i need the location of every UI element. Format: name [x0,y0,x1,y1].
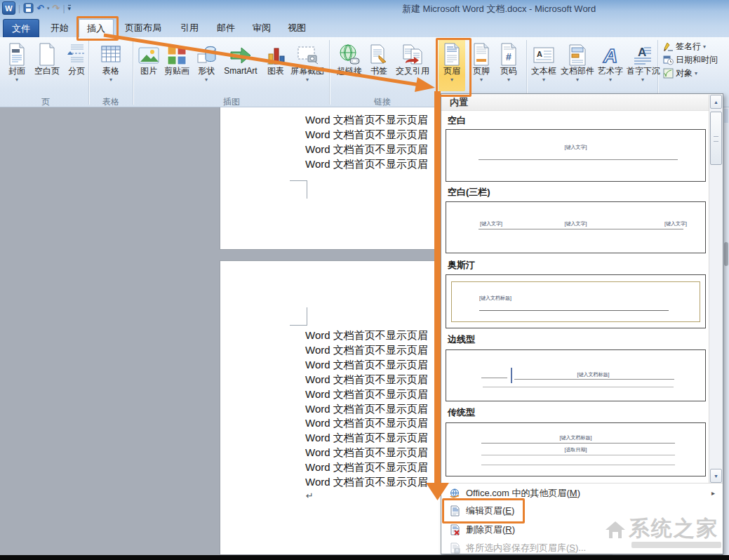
watermark: 系统之家 [602,514,718,543]
ribbon-button-cross-reference[interactable]: 交叉引用 [392,39,434,91]
smartart-icon [220,39,261,66]
gallery-item-traditional[interactable]: [键入文档标题] [选取日期] [446,422,706,476]
header-rule-line [481,455,675,455]
ribbon-button-page-break[interactable]: 分页 [65,39,88,91]
document-text-line: Word 文档首页不显示页眉 [305,343,428,358]
gallery-item-sideline[interactable]: [键入文档标题] [446,349,706,401]
dropdown-arrow-icon: ▾ [97,76,125,83]
ribbon-button-chart[interactable]: 图表 [262,39,289,91]
menu-item-more-headers-office-com[interactable]: Office.com 中的其他页眉(M) ▸ [442,484,722,502]
text-boundary-mark [290,180,307,199]
tab-review[interactable]: 审阅 [246,19,278,37]
ribbon-button-cover-page[interactable]: 封面 ▾ [4,39,29,91]
placeholder-text: [键入文字] [446,144,705,151]
ribbon-button-picture[interactable]: 图片 [136,39,161,91]
footer-icon [468,39,495,66]
gallery-scrollbar[interactable]: ▲ ▼ [709,95,723,483]
scrollbar-button[interactable] [724,109,728,123]
ribbon-button-text-box[interactable]: A 文本框 ▾ [528,39,559,91]
gallery-item-label-traditional: 传统型 [448,406,475,419]
gallery-item-blank[interactable]: [键入文字] [446,129,706,182]
dropdown-arrow-icon: ▾ [439,76,465,83]
watermark-url [631,542,721,548]
object-icon [663,68,674,79]
austin-border [451,281,700,322]
ribbon-button-hyperlink[interactable]: 超链接 [334,39,365,91]
signature-line-icon [663,41,674,52]
group-separator [133,40,133,105]
placeholder-text: [键入文档标题] [446,434,705,441]
undo-dropdown-icon[interactable]: ▾ [47,6,50,11]
document-text-line: Word 文档首页不显示页眉 [305,460,428,475]
tab-file[interactable]: 文件 [3,19,39,37]
gallery-item-austin[interactable]: [键入文档标题] [446,274,706,328]
tab-view[interactable]: 视图 [281,19,313,37]
sideline-bar [511,368,512,383]
scroll-down-button[interactable]: ▼ [710,469,722,483]
document-text-line: Word 文档首页不显示页眉 [305,328,428,343]
dropdown-arrow-icon: ▾ [496,76,521,83]
document-text-line: Word 文档首页不显示页眉 [305,358,428,373]
scrollbar-thumb[interactable] [724,242,728,266]
chart-icon [262,39,289,66]
ribbon-button-bookmark[interactable]: 书签 [367,39,391,91]
document-text-line: Word 文档首页不显示页眉 [305,128,428,142]
document-text-line: Word 文档首页不显示页眉 [305,142,428,157]
ribbon-button-table[interactable]: 表格 ▾ [97,39,125,91]
undo-icon[interactable]: ↶ [36,3,44,14]
save-icon[interactable] [23,3,34,13]
qat-customize-icon[interactable]: ▾ [68,5,72,12]
ribbon-button-object[interactable]: 对象 ▾ [663,67,697,79]
title-bar: W | ↶ ▾ ↷ | ▾ 新建 Microsoft Word 文档.docx … [0,0,729,37]
document-text-line: Word 文档首页不显示页眉 [305,402,428,417]
gallery-item-label-blank-three-columns: 空白(三栏) [448,186,490,199]
header-rule-line [481,443,675,444]
window-scrollbar[interactable] [723,107,729,555]
header-icon [439,39,465,66]
ribbon-button-footer[interactable]: 页脚 ▾ [468,39,495,91]
group-separator [329,40,330,105]
ribbon-button-wordart[interactable]: A 艺术字 ▾ [596,39,625,91]
ribbon-button-quick-parts[interactable]: 文档部件 ▾ [561,39,594,91]
tab-mailings[interactable]: 邮件 [209,19,243,37]
gallery-item-blank-three-columns[interactable]: [键入文字] [键入文字] [键入文字] [446,201,706,253]
paragraph-mark: ↵ [306,491,314,501]
header-rule-line [479,229,683,229]
group-label-illustrations: 插图 [203,96,260,108]
ribbon-button-shapes[interactable]: 形状 ▾ [194,39,219,91]
dropdown-arrow-icon: ▾ [194,76,219,83]
dropdown-arrow-icon: ▾ [627,76,659,83]
screenshot-icon [289,39,326,66]
ribbon-button-page-number[interactable]: # 页码 ▾ [496,39,521,91]
tab-references[interactable]: 引用 [173,19,206,37]
word-logo-icon[interactable]: W [2,1,15,15]
ribbon-button-smartart[interactable]: SmartArt [220,39,261,91]
tab-home[interactable]: 开始 [42,19,77,37]
ribbon-button-screenshot[interactable]: 屏幕截图 ▾ [289,39,326,91]
qat-separator: | [18,4,20,13]
group-label-pages: 页 [21,96,70,108]
gallery-item-label-austin: 奥斯汀 [448,259,475,272]
screenshot-bottom-edge [0,555,729,560]
menu-separator [441,483,723,484]
ribbon-button-clip-art[interactable]: 剪贴画 [162,39,192,91]
ribbon-button-header[interactable]: 页眉 ▾ [439,39,465,91]
header-dropdown-menu: 内置 空白 [键入文字] 空白(三栏) [键入文字] [键入文字] [键入文字]… [441,93,723,554]
tab-insert[interactable]: 插入 [79,19,114,37]
scrollbar-thumb[interactable] [710,112,722,165]
ribbon-button-drop-cap[interactable]: A 首字下沉 ▾ [627,39,659,91]
picture-icon [136,39,161,66]
edit-header-icon [449,505,460,516]
hyperlink-icon [334,39,365,66]
scroll-up-button[interactable]: ▲ [710,95,722,109]
ribbon-button-date-time[interactable]: 日期和时间 [663,53,718,66]
tab-page-layout[interactable]: 页面布局 [116,19,170,37]
ribbon-button-blank-page[interactable]: 空白页 [31,39,63,91]
ribbon-button-signature-line[interactable]: 签名行 ▾ [663,40,706,53]
short-rule-line [481,378,507,378]
document-text-line: Word 文档首页不显示页眉 [305,157,428,172]
dropdown-arrow-icon: ▾ [561,76,594,83]
cross-reference-icon [392,39,434,66]
group-label-links: 链接 [358,96,407,108]
window-title: 新建 Microsoft Word 文档.docx - Microsoft Wo… [402,3,596,15]
